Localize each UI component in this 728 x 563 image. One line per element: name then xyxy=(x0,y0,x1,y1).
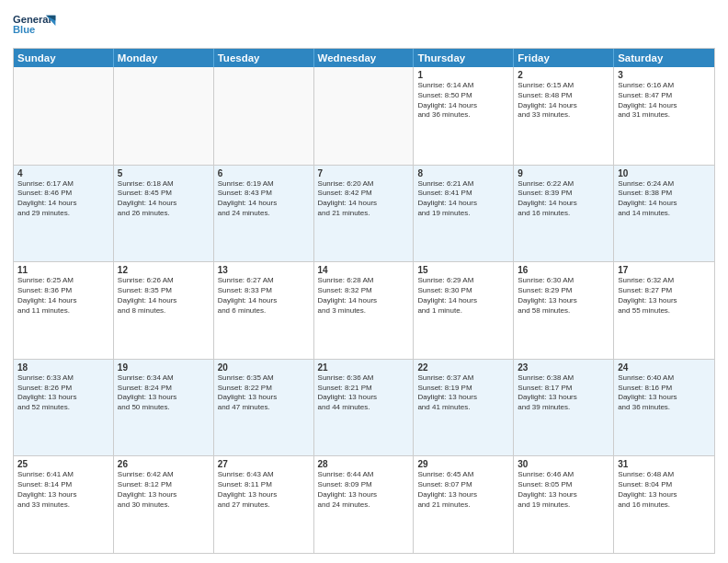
calendar-cell: 19Sunrise: 6:34 AM Sunset: 8:24 PM Dayli… xyxy=(114,360,214,456)
calendar-week-2: 4Sunrise: 6:17 AM Sunset: 8:46 PM Daylig… xyxy=(14,165,714,262)
calendar-cell: 30Sunrise: 6:46 AM Sunset: 8:05 PM Dayli… xyxy=(514,456,614,553)
day-number: 25 xyxy=(17,459,109,469)
day-info: Sunrise: 6:25 AM Sunset: 8:36 PM Dayligh… xyxy=(17,276,109,316)
day-info: Sunrise: 6:26 AM Sunset: 8:35 PM Dayligh… xyxy=(118,276,210,316)
calendar-cell: 16Sunrise: 6:30 AM Sunset: 8:29 PM Dayli… xyxy=(514,262,614,359)
calendar-cell: 1Sunrise: 6:14 AM Sunset: 8:50 PM Daylig… xyxy=(414,67,514,165)
calendar-cell xyxy=(314,67,415,165)
day-info: Sunrise: 6:19 AM Sunset: 8:43 PM Dayligh… xyxy=(218,179,310,219)
calendar-cell xyxy=(214,67,314,165)
day-info: Sunrise: 6:14 AM Sunset: 8:50 PM Dayligh… xyxy=(417,81,509,121)
day-number: 18 xyxy=(17,362,109,373)
calendar-cell: 29Sunrise: 6:45 AM Sunset: 8:07 PM Dayli… xyxy=(414,456,514,553)
day-number: 24 xyxy=(618,362,711,373)
day-of-week-saturday: Saturday xyxy=(614,49,714,67)
day-of-week-monday: Monday xyxy=(114,49,214,67)
calendar-cell: 26Sunrise: 6:42 AM Sunset: 8:12 PM Dayli… xyxy=(114,456,214,553)
calendar: SundayMondayTuesdayWednesdayThursdayFrid… xyxy=(13,48,715,554)
calendar-cell xyxy=(14,67,114,165)
day-info: Sunrise: 6:44 AM Sunset: 8:09 PM Dayligh… xyxy=(318,470,410,510)
logo: General Blue xyxy=(13,9,57,42)
calendar-cell xyxy=(114,67,214,165)
day-info: Sunrise: 6:17 AM Sunset: 8:46 PM Dayligh… xyxy=(17,179,109,219)
calendar-cell: 12Sunrise: 6:26 AM Sunset: 8:35 PM Dayli… xyxy=(114,262,214,359)
calendar-cell: 17Sunrise: 6:32 AM Sunset: 8:27 PM Dayli… xyxy=(614,262,714,359)
day-number: 20 xyxy=(218,362,310,373)
day-info: Sunrise: 6:27 AM Sunset: 8:33 PM Dayligh… xyxy=(218,276,310,316)
day-info: Sunrise: 6:28 AM Sunset: 8:32 PM Dayligh… xyxy=(318,276,410,316)
day-info: Sunrise: 6:22 AM Sunset: 8:39 PM Dayligh… xyxy=(518,179,609,219)
day-info: Sunrise: 6:41 AM Sunset: 8:14 PM Dayligh… xyxy=(17,470,109,510)
day-of-week-friday: Friday xyxy=(514,49,614,67)
calendar-cell: 4Sunrise: 6:17 AM Sunset: 8:46 PM Daylig… xyxy=(14,166,114,262)
day-info: Sunrise: 6:16 AM Sunset: 8:47 PM Dayligh… xyxy=(618,81,711,121)
day-info: Sunrise: 6:42 AM Sunset: 8:12 PM Dayligh… xyxy=(118,470,210,510)
day-info: Sunrise: 6:45 AM Sunset: 8:07 PM Dayligh… xyxy=(417,470,509,510)
day-number: 7 xyxy=(318,168,410,178)
calendar-cell: 18Sunrise: 6:33 AM Sunset: 8:26 PM Dayli… xyxy=(14,360,114,456)
day-number: 9 xyxy=(518,168,609,178)
day-of-week-tuesday: Tuesday xyxy=(214,49,314,67)
calendar-cell: 3Sunrise: 6:16 AM Sunset: 8:47 PM Daylig… xyxy=(614,67,714,165)
day-info: Sunrise: 6:20 AM Sunset: 8:42 PM Dayligh… xyxy=(318,179,410,219)
day-info: Sunrise: 6:43 AM Sunset: 8:11 PM Dayligh… xyxy=(218,470,310,510)
day-info: Sunrise: 6:21 AM Sunset: 8:41 PM Dayligh… xyxy=(417,179,509,219)
day-number: 3 xyxy=(618,70,711,80)
day-of-week-wednesday: Wednesday xyxy=(314,49,415,67)
calendar-cell: 6Sunrise: 6:19 AM Sunset: 8:43 PM Daylig… xyxy=(214,166,314,262)
calendar-cell: 15Sunrise: 6:29 AM Sunset: 8:30 PM Dayli… xyxy=(414,262,514,359)
day-info: Sunrise: 6:18 AM Sunset: 8:45 PM Dayligh… xyxy=(118,179,210,219)
calendar-cell: 22Sunrise: 6:37 AM Sunset: 8:19 PM Dayli… xyxy=(414,360,514,456)
calendar-header: SundayMondayTuesdayWednesdayThursdayFrid… xyxy=(14,49,714,67)
day-info: Sunrise: 6:36 AM Sunset: 8:21 PM Dayligh… xyxy=(318,373,410,413)
calendar-cell: 25Sunrise: 6:41 AM Sunset: 8:14 PM Dayli… xyxy=(14,456,114,553)
calendar-cell: 13Sunrise: 6:27 AM Sunset: 8:33 PM Dayli… xyxy=(214,262,314,359)
day-info: Sunrise: 6:33 AM Sunset: 8:26 PM Dayligh… xyxy=(17,373,109,413)
day-info: Sunrise: 6:15 AM Sunset: 8:48 PM Dayligh… xyxy=(518,81,609,121)
day-number: 28 xyxy=(318,459,410,469)
calendar-week-3: 11Sunrise: 6:25 AM Sunset: 8:36 PM Dayli… xyxy=(14,261,714,359)
calendar-cell: 24Sunrise: 6:40 AM Sunset: 8:16 PM Dayli… xyxy=(614,360,714,456)
day-info: Sunrise: 6:38 AM Sunset: 8:17 PM Dayligh… xyxy=(518,373,609,413)
day-number: 29 xyxy=(417,459,509,469)
calendar-cell: 5Sunrise: 6:18 AM Sunset: 8:45 PM Daylig… xyxy=(114,166,214,262)
day-info: Sunrise: 6:46 AM Sunset: 8:05 PM Dayligh… xyxy=(518,470,609,510)
header: General Blue xyxy=(13,9,715,42)
calendar-cell: 8Sunrise: 6:21 AM Sunset: 8:41 PM Daylig… xyxy=(414,166,514,262)
day-info: Sunrise: 6:24 AM Sunset: 8:38 PM Dayligh… xyxy=(618,179,711,219)
day-number: 8 xyxy=(417,168,509,178)
logo-icon: General Blue xyxy=(13,9,57,42)
calendar-cell: 27Sunrise: 6:43 AM Sunset: 8:11 PM Dayli… xyxy=(214,456,314,553)
day-info: Sunrise: 6:32 AM Sunset: 8:27 PM Dayligh… xyxy=(618,276,711,316)
day-number: 5 xyxy=(118,168,210,178)
svg-text:General: General xyxy=(13,14,51,25)
calendar-week-5: 25Sunrise: 6:41 AM Sunset: 8:14 PM Dayli… xyxy=(14,455,714,553)
day-info: Sunrise: 6:29 AM Sunset: 8:30 PM Dayligh… xyxy=(417,276,509,316)
day-info: Sunrise: 6:37 AM Sunset: 8:19 PM Dayligh… xyxy=(417,373,509,413)
calendar-cell: 31Sunrise: 6:48 AM Sunset: 8:04 PM Dayli… xyxy=(614,456,714,553)
day-of-week-thursday: Thursday xyxy=(414,49,514,67)
day-number: 23 xyxy=(518,362,609,373)
calendar-cell: 11Sunrise: 6:25 AM Sunset: 8:36 PM Dayli… xyxy=(14,262,114,359)
day-info: Sunrise: 6:48 AM Sunset: 8:04 PM Dayligh… xyxy=(618,470,711,510)
day-number: 30 xyxy=(518,459,609,469)
day-number: 19 xyxy=(118,362,210,373)
day-number: 17 xyxy=(618,265,711,275)
calendar-cell: 2Sunrise: 6:15 AM Sunset: 8:48 PM Daylig… xyxy=(514,67,614,165)
calendar-cell: 10Sunrise: 6:24 AM Sunset: 8:38 PM Dayli… xyxy=(614,166,714,262)
calendar-week-1: 1Sunrise: 6:14 AM Sunset: 8:50 PM Daylig… xyxy=(14,67,714,165)
day-number: 13 xyxy=(218,265,310,275)
calendar-cell: 20Sunrise: 6:35 AM Sunset: 8:22 PM Dayli… xyxy=(214,360,314,456)
day-number: 16 xyxy=(518,265,609,275)
day-number: 22 xyxy=(417,362,509,373)
calendar-cell: 23Sunrise: 6:38 AM Sunset: 8:17 PM Dayli… xyxy=(514,360,614,456)
day-number: 26 xyxy=(118,459,210,469)
day-number: 2 xyxy=(518,70,609,80)
day-number: 1 xyxy=(417,70,509,80)
calendar-cell: 21Sunrise: 6:36 AM Sunset: 8:21 PM Dayli… xyxy=(314,360,415,456)
day-number: 31 xyxy=(618,459,711,469)
calendar-cell: 7Sunrise: 6:20 AM Sunset: 8:42 PM Daylig… xyxy=(314,166,415,262)
calendar-cell: 28Sunrise: 6:44 AM Sunset: 8:09 PM Dayli… xyxy=(314,456,415,553)
day-number: 6 xyxy=(218,168,310,178)
day-number: 14 xyxy=(318,265,410,275)
